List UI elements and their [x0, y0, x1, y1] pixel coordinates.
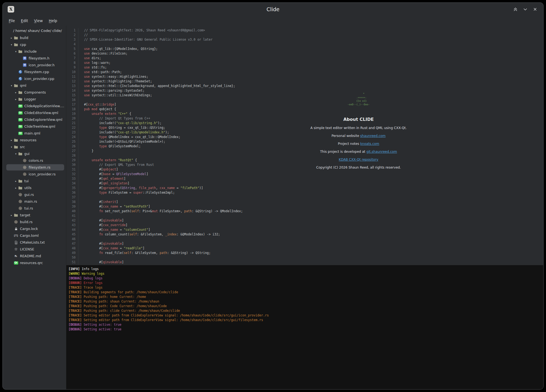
- tree-item-clideeditorview-qml[interactable]: QtClideEditorView.qml: [3, 109, 66, 116]
- tree-item-icon-provider-cpp[interactable]: Cicon_provider.cpp: [3, 75, 66, 82]
- log-panel[interactable]: [INFO] Info logs[WARN] Warning logs[DEBU…: [66, 265, 543, 389]
- code-line[interactable]: 10use std::path::Path;: [66, 70, 543, 74]
- tree-item-qml[interactable]: ▾qml: [3, 82, 66, 89]
- code-line[interactable]: 1// SPDX-FileCopyrightText: 2026, Shaun …: [66, 28, 543, 33]
- tree-item-filesystem-h[interactable]: Hfilesystem.h: [3, 55, 66, 62]
- menu-file[interactable]: File: [6, 17, 18, 24]
- menu-edit[interactable]: Edit: [18, 17, 31, 24]
- chevron-down-icon[interactable]: ▾: [9, 43, 14, 46]
- tree-item-filesystem-rs[interactable]: filesystem.rs: [3, 164, 66, 171]
- menu-help[interactable]: Help: [46, 17, 60, 24]
- tree-item-cargo-toml[interactable]: [T]Cargo.toml: [3, 232, 66, 239]
- code-line[interactable]: 47 #[qinvokable]: [66, 241, 543, 246]
- tree-item-src[interactable]: ▾src: [3, 143, 66, 150]
- tree-item-clideapplicationview-qml[interactable]: QtClideApplicationView.qml: [3, 103, 66, 109]
- code-line[interactable]: 38 #[inherit]: [66, 200, 543, 204]
- tree-item-clidetreeview-qml[interactable]: QtClideTreeView.qml: [3, 123, 66, 130]
- code-line[interactable]: 49 fn read_file(self: &FileSystem, path:…: [66, 251, 543, 255]
- line-number: 25: [66, 139, 78, 144]
- tree-item-build[interactable]: ▸build: [3, 34, 66, 41]
- code-line[interactable]: 50: [66, 255, 543, 260]
- tree-item-cmakelists-txt[interactable]: CMakeLists.txt: [3, 239, 66, 246]
- tree-item-cargo-lock[interactable]: Cargo.lock: [3, 225, 66, 232]
- code-line[interactable]: 8use log::warn;: [66, 61, 543, 65]
- code-line[interactable]: 43 #[cxx_override]: [66, 223, 543, 228]
- code-text: type QFileSystemModel;: [78, 144, 141, 149]
- code-line[interactable]: 44 #[cxx_name = "columnCount"]: [66, 228, 543, 232]
- code-line[interactable]: 45 fn column_count(self: &FileSystem, _i…: [66, 232, 543, 237]
- tree-item-logger[interactable]: ▸Logger: [3, 96, 66, 103]
- tree-item-components[interactable]: ▸Components: [3, 89, 66, 96]
- chevron-right-icon[interactable]: ▸: [14, 180, 18, 182]
- tree-item-gui[interactable]: ▾gui: [3, 150, 66, 157]
- tree-item-main-rs[interactable]: main.rs: [3, 198, 66, 205]
- code-line[interactable]: 3// SPDX-License-Identifier: GNU General…: [66, 37, 543, 42]
- chevron-down-icon[interactable]: ▾: [14, 152, 18, 155]
- about-link[interactable]: knoats.com: [360, 142, 379, 146]
- code-line[interactable]: 48 #[cxx_name = "readFile"]: [66, 246, 543, 251]
- tree-item-icon-provider-h[interactable]: Hicon_provider.h: [3, 62, 66, 68]
- tree-item-license[interactable]: LICENSE: [3, 246, 66, 253]
- tree-item-cpp[interactable]: ▾cpp: [3, 41, 66, 48]
- tree-item-readme-md[interactable]: M↓README.md: [3, 253, 66, 259]
- tree-item-colors-rs[interactable]: colors.rs: [3, 157, 66, 164]
- code-line[interactable]: 7use dirs;: [66, 56, 543, 61]
- shade-button[interactable]: [513, 7, 518, 12]
- about-link[interactable]: git.shaunreed.com: [366, 150, 397, 154]
- code-line[interactable]: 4: [66, 42, 543, 47]
- code-line[interactable]: 35 #[qproperty(QString, file_path, cxx_n…: [66, 186, 543, 190]
- code-line[interactable]: 36 type FileSystem = super::FileSystemIm…: [66, 190, 543, 195]
- code-line[interactable]: 37: [66, 195, 543, 200]
- line-number: 1: [66, 28, 78, 33]
- code-line[interactable]: 9use std::fs;: [66, 65, 543, 70]
- text-file-icon: [14, 240, 18, 245]
- code-line[interactable]: 5use cxx_qt_lib::{QModelIndex, QString};: [66, 47, 543, 51]
- tree-item-resources-qrc[interactable]: Qtresources.qrc: [3, 259, 66, 266]
- code-line[interactable]: 46: [66, 237, 543, 241]
- chevron-down-icon[interactable]: ▾: [9, 146, 14, 148]
- tree-item-filesystem-cpp[interactable]: Cfilesystem.cpp: [3, 68, 66, 75]
- log-level-tag: [TRACE]: [68, 309, 82, 313]
- menu-view[interactable]: View: [31, 17, 46, 24]
- code-line[interactable]: 41: [66, 214, 543, 218]
- chevron-right-icon[interactable]: ▸: [14, 91, 18, 94]
- about-link[interactable]: shaunreed.com: [360, 134, 386, 138]
- code-editor[interactable]: 1// SPDX-FileCopyrightText: 2026, Shaun …: [66, 26, 543, 265]
- chevron-down-icon[interactable]: ▾: [14, 50, 18, 53]
- tree-item-build-rs[interactable]: build.rs: [3, 219, 66, 225]
- tree-item-tui-rs[interactable]: tui.rs: [3, 205, 66, 212]
- chevron-right-icon[interactable]: ▸: [9, 37, 14, 39]
- tree-item-clideexplorerview-qml[interactable]: QtClideExplorerView.qml: [3, 116, 66, 123]
- code-line[interactable]: 13use syntect::html::{IncludeBackground,…: [66, 84, 543, 88]
- chevron-right-icon[interactable]: ▸: [9, 214, 14, 217]
- tree-item-include[interactable]: ▾include: [3, 48, 66, 55]
- tree-item-main-qml[interactable]: Qtmain.qml: [3, 130, 66, 137]
- close-button[interactable]: [532, 7, 538, 12]
- code-line[interactable]: 11use syntect::easy::HighlightLines;: [66, 74, 543, 79]
- chevron-right-icon[interactable]: ▸: [9, 139, 14, 142]
- code-line[interactable]: 39 #[cxx_name = "setRootPath"]: [66, 204, 543, 209]
- tree-item-resources[interactable]: ▸resources: [3, 137, 66, 143]
- code-line[interactable]: 42 #[qinvokable]: [66, 218, 543, 223]
- chevron-right-icon[interactable]: ▸: [14, 98, 18, 101]
- code-line[interactable]: 51 #[qinvokable]: [66, 260, 543, 265]
- titlebar[interactable]: X Clide: [3, 3, 543, 16]
- tree-item-target[interactable]: ▸target: [3, 212, 66, 219]
- line-number: 40: [66, 209, 78, 214]
- code-line[interactable]: 40 fn set_root_path(self: Pin<&mut FileS…: [66, 209, 543, 214]
- code-line[interactable]: 52: [66, 265, 543, 265]
- line-number: 17: [66, 102, 78, 107]
- chevron-down-icon[interactable]: ▾: [9, 84, 14, 87]
- code-line[interactable]: 2//: [66, 33, 543, 37]
- code-line[interactable]: 33 #[qml_element]: [66, 176, 543, 181]
- tree-item-gui-rs[interactable]: gui.rs: [3, 191, 66, 198]
- chevron-right-icon[interactable]: ▸: [14, 187, 18, 189]
- code-line[interactable]: 34 #[qml_singleton]: [66, 181, 543, 186]
- tree-item-utils[interactable]: ▸utils: [3, 184, 66, 191]
- tree-item-tui[interactable]: ▸tui: [3, 178, 66, 184]
- tree-item-icon-provider-rs[interactable]: icon_provider.rs: [3, 171, 66, 178]
- about-link[interactable]: KDAB CXX-Qt repository: [339, 158, 378, 161]
- code-line[interactable]: 6use devicons::FileIcon;: [66, 51, 543, 56]
- minimize-button[interactable]: [523, 7, 528, 12]
- code-line[interactable]: 12use syntect::highlighting::ThemeSet;: [66, 79, 543, 84]
